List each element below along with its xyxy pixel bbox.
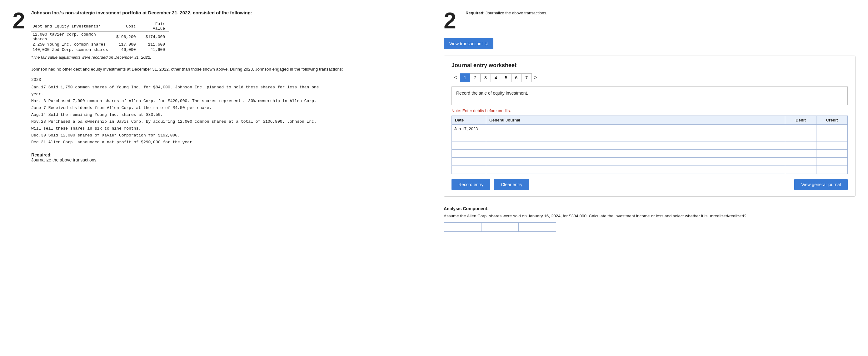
analysis-section: Analysis Component: Assume the Allen Cor… xyxy=(444,206,856,232)
account-input-3[interactable] xyxy=(489,143,782,148)
account-cell-1[interactable] xyxy=(486,125,785,133)
credit-cell-1[interactable] xyxy=(816,125,848,133)
tab-navigation: < 1 2 3 4 5 6 7 > xyxy=(452,73,848,82)
debit-input-4[interactable] xyxy=(788,151,814,156)
account-cell-3[interactable] xyxy=(486,141,785,150)
list-item: Aug.14 Sold the remaining Young Inc. sha… xyxy=(31,111,418,118)
credit-cell-6[interactable] xyxy=(816,166,848,174)
account-input-6[interactable] xyxy=(489,167,782,172)
view-transaction-button[interactable]: View transaction list xyxy=(444,38,493,49)
debit-input-1[interactable] xyxy=(788,127,814,131)
left-section-header: Johnson Inc.'s non-strategic investment … xyxy=(31,9,418,16)
date-cell-1: Jan 17, 2023 xyxy=(452,125,486,133)
credit-input-5[interactable] xyxy=(819,159,845,164)
debit-cell-5[interactable] xyxy=(785,158,816,166)
date-cell-4 xyxy=(452,150,486,158)
row2-cost: 117,000 xyxy=(115,42,140,47)
required-text: Journalize the above transactions. xyxy=(31,157,418,162)
credit-input-1[interactable] xyxy=(819,127,845,131)
list-item: year. xyxy=(31,91,418,98)
record-entry-button[interactable]: Record entry xyxy=(452,179,490,190)
tab-6-button[interactable]: 6 xyxy=(511,73,522,82)
credit-input-6[interactable] xyxy=(819,167,845,172)
debit-cell-3[interactable] xyxy=(785,141,816,150)
analysis-input-3[interactable] xyxy=(519,222,556,232)
tab-3-button[interactable]: 3 xyxy=(480,73,491,82)
credit-cell-2[interactable] xyxy=(816,133,848,141)
list-item: June 7 Received dividends from Allen Cor… xyxy=(31,105,418,111)
th-general-journal: General Journal xyxy=(486,116,785,125)
analysis-input-1[interactable] xyxy=(444,222,481,232)
journal-worksheet: Journal entry worksheet < 1 2 3 4 5 6 7 … xyxy=(444,56,856,197)
tab-1-button[interactable]: 1 xyxy=(460,73,470,82)
credit-input-3[interactable] xyxy=(819,143,845,148)
debit-cell-6[interactable] xyxy=(785,166,816,174)
credit-cell-5[interactable] xyxy=(816,158,848,166)
debit-input-2[interactable] xyxy=(788,135,814,139)
tab-5-button[interactable]: 5 xyxy=(501,73,512,82)
right-section-number: 2 xyxy=(444,9,456,32)
account-cell-4[interactable] xyxy=(486,150,785,158)
tab-prev-button[interactable]: < xyxy=(452,73,460,82)
account-input-2[interactable] xyxy=(489,135,782,139)
account-cell-6[interactable] xyxy=(486,166,785,174)
year-label: 2023 xyxy=(31,76,418,84)
button-row: Record entry Clear entry View general jo… xyxy=(452,179,848,190)
debit-input-6[interactable] xyxy=(788,167,814,172)
required-label: Required: xyxy=(31,152,52,157)
date-cell-5 xyxy=(452,158,486,166)
right-section-info: Required: Journalize the above transacti… xyxy=(466,9,548,17)
clear-entry-button[interactable]: Clear entry xyxy=(494,179,529,190)
tab-7-button[interactable]: 7 xyxy=(521,73,532,82)
journal-row-4 xyxy=(452,150,848,158)
account-cell-5[interactable] xyxy=(486,158,785,166)
account-input-1[interactable] xyxy=(489,127,782,131)
journal-table: Date General Journal Debit Credit Jan 17… xyxy=(452,116,848,174)
credit-cell-3[interactable] xyxy=(816,141,848,150)
date-cell-2 xyxy=(452,133,486,141)
journal-row-1: Jan 17, 2023 xyxy=(452,125,848,133)
debit-input-5[interactable] xyxy=(788,159,814,164)
date-cell-6 xyxy=(452,166,486,174)
account-input-4[interactable] xyxy=(489,151,782,156)
table-row: 140,000 Zed Corp. common shares 46,000 4… xyxy=(31,47,169,53)
row3-desc: 140,000 Zed Corp. common shares xyxy=(31,47,115,53)
tab-4-button[interactable]: 4 xyxy=(491,73,501,82)
list-item: Mar. 3 Purchased 7,000 common shares of … xyxy=(31,98,418,105)
debit-cell-2[interactable] xyxy=(785,133,816,141)
analysis-text: Assume the Allen Corp. shares were sold … xyxy=(444,213,856,219)
account-input-5[interactable] xyxy=(489,159,782,164)
account-cell-2[interactable] xyxy=(486,133,785,141)
row1-fv: $174,000 xyxy=(140,32,169,42)
transactions-list: 2023 Jan.17 Sold 1,750 common shares of … xyxy=(31,76,418,146)
debit-cell-1[interactable] xyxy=(785,125,816,133)
col-header-investments: Debt and Equity Investments* xyxy=(31,21,115,32)
debit-input-3[interactable] xyxy=(788,143,814,148)
analysis-input-2[interactable] xyxy=(481,222,519,232)
debit-cell-4[interactable] xyxy=(785,150,816,158)
journal-title: Journal entry worksheet xyxy=(452,62,848,69)
right-required-label: Required: xyxy=(466,11,485,15)
list-item: Jan.17 Sold 1,750 common shares of Young… xyxy=(31,84,418,91)
left-panel: 2 Johnson Inc.'s non-strategic investmen… xyxy=(0,0,431,356)
credit-input-2[interactable] xyxy=(819,135,845,139)
tab-next-button[interactable]: > xyxy=(531,73,540,82)
th-debit: Debit xyxy=(785,116,816,125)
note-text: Note: Enter debits before credits. xyxy=(452,108,848,113)
transaction-description: Record the sale of equity investment. xyxy=(452,87,848,105)
credit-cell-4[interactable] xyxy=(816,150,848,158)
row2-fv: 111,600 xyxy=(140,42,169,47)
journal-row-5 xyxy=(452,158,848,166)
view-general-journal-button[interactable]: View general journal xyxy=(794,179,848,190)
th-date: Date xyxy=(452,116,486,125)
journal-row-6 xyxy=(452,166,848,174)
right-required-text: Journalize the above transactions. xyxy=(486,11,547,15)
row3-fv: 41,600 xyxy=(140,47,169,53)
tab-2-button[interactable]: 2 xyxy=(470,73,480,82)
credit-input-4[interactable] xyxy=(819,151,845,156)
table-footnote: *The fair value adjustments were recorde… xyxy=(31,55,418,60)
date-cell-3 xyxy=(452,141,486,150)
list-item: Dec.31 Allen Corp. announced a net profi… xyxy=(31,139,418,146)
list-item: will sell these shares in six to nine mo… xyxy=(31,125,418,132)
col-header-cost: Cost xyxy=(115,21,140,32)
